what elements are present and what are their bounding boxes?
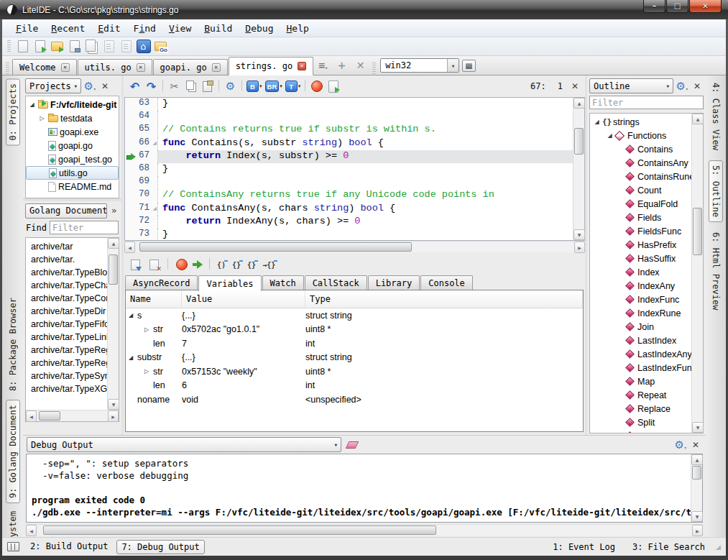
menu-view[interactable]: View [162, 22, 198, 35]
outline-function-index[interactable]: Index [590, 265, 691, 279]
dock-tab-0-projects[interactable]: 0: Projects [6, 78, 20, 145]
outline-function-indexfunc[interactable]: IndexFunc [590, 293, 691, 306]
step-out-icon[interactable]: {} [246, 260, 257, 270]
table-row[interactable]: ▷str0x57153c "weekly"uint8 * [126, 364, 583, 379]
reload-file-icon[interactable] [101, 39, 116, 54]
scroll-thumb[interactable] [693, 208, 702, 255]
project-tree-item[interactable]: ◢F:/vfc/liteide-git [26, 98, 119, 111]
step-over-icon[interactable]: {} [231, 260, 242, 270]
tab-close-icon[interactable]: ✕ [212, 63, 221, 72]
run-icon[interactable] [326, 79, 341, 94]
godoc-hscrollbar[interactable]: ◀▶ [26, 410, 119, 421]
title-bar[interactable]: LiteIDE - C:\Go\src\pkg\strings\strings.… [0, 0, 728, 19]
expander-icon[interactable]: ▷ [144, 326, 153, 333]
outline-function-indexrune[interactable]: IndexRune [590, 306, 691, 320]
tab-close-icon[interactable]: ✕ [298, 62, 306, 70]
debug-output-selector-combo[interactable]: Debug Output ▼ [27, 437, 341, 452]
expander-icon[interactable]: ▷ [144, 368, 153, 375]
step-into-icon[interactable]: {) [216, 260, 227, 270]
menu-build[interactable]: Build [198, 22, 239, 35]
dock-tab-8-package-browser[interactable]: 8: Package Browser [6, 293, 19, 395]
scroll-thumb[interactable] [574, 128, 584, 155]
project-tree-item[interactable]: goapi.go [26, 139, 119, 152]
build-target-combo[interactable]: win32 ▼ [380, 58, 459, 73]
godoc-list-item[interactable]: archive/tar. [31, 253, 107, 266]
outline-function-count[interactable]: Count [590, 183, 691, 197]
editor-vscrollbar[interactable]: ▲▼ [573, 98, 584, 240]
copy-icon[interactable] [183, 79, 198, 94]
gutter[interactable]: 65 [125, 124, 158, 137]
expander-icon[interactable]: ◢ [28, 101, 36, 108]
gutter[interactable]: 69 [125, 176, 158, 189]
dock-tab-4-class-view[interactable]: 4: Class View [709, 78, 722, 155]
tab-goapi-go[interactable]: goapi. go✕ [153, 59, 228, 75]
table-row[interactable]: ◢s{...}struct string [126, 308, 583, 323]
close-icon[interactable]: ✕ [691, 80, 704, 93]
go-env-icon[interactable] [153, 39, 168, 54]
close-button[interactable]: ✕ [689, 0, 722, 13]
split-window-icon[interactable] [7, 542, 19, 551]
menu-debug[interactable]: Debug [239, 22, 280, 35]
godoc-list-item[interactable]: archive/tar.TypeBlock [31, 266, 107, 279]
cut-icon[interactable] [167, 79, 182, 94]
status-2-build-output[interactable]: 2: Build Output [26, 540, 112, 554]
project-tree-item[interactable]: ▷testdata [26, 111, 119, 125]
tab-utils-go[interactable]: utils. go✕ [78, 59, 152, 75]
scroll-thumb[interactable] [692, 466, 701, 479]
expander-icon[interactable]: ◢ [129, 354, 137, 361]
table-row[interactable]: len6int [126, 379, 583, 393]
gear-icon[interactable] [674, 439, 687, 451]
gutter[interactable]: 73 [125, 229, 158, 240]
gear-icon[interactable] [676, 80, 688, 93]
gutter[interactable]: 70 [125, 189, 158, 202]
projects-selector-combo[interactable]: Projects ▼ [25, 78, 81, 93]
godoc-vscrollbar[interactable]: ▲▼ [107, 238, 119, 410]
gutter[interactable]: 72 [125, 216, 158, 229]
close-tab-icon[interactable] [351, 58, 369, 73]
scroll-right-icon[interactable]: ▶ [692, 525, 703, 536]
menu-find[interactable]: Find [127, 22, 162, 35]
project-tree-item[interactable]: goapi_test.go [26, 152, 119, 166]
test-button[interactable]: T▾ [285, 81, 301, 92]
outline-function-lastindexfunc[interactable]: LastIndexFunc [590, 361, 691, 375]
open-folder-icon[interactable] [50, 39, 65, 54]
tab-welcome[interactable]: Welcome✕ [12, 59, 77, 75]
save-file-icon[interactable] [67, 39, 82, 54]
column-header-name[interactable]: Name [126, 290, 182, 308]
debug-tab-asyncrecord[interactable]: AsyncRecord [125, 275, 198, 290]
expander-icon[interactable]: ◢ [129, 312, 137, 318]
debug-tab-watch[interactable]: Watch [262, 275, 304, 290]
godoc-selector-combo[interactable]: Golang Document ▼ [25, 203, 107, 219]
scroll-thumb[interactable] [139, 242, 412, 252]
gear-icon[interactable] [83, 80, 96, 93]
scroll-down-icon[interactable]: ▼ [692, 422, 704, 433]
maximize-button[interactable]: □ [666, 0, 688, 13]
scroll-track[interactable] [691, 465, 702, 511]
gutter[interactable]: 63 [125, 98, 158, 111]
column-header-value[interactable]: Value [182, 290, 305, 308]
dock-tab-5-outline[interactable]: 5: Outline [709, 160, 723, 222]
scroll-track[interactable] [37, 525, 692, 536]
outline-function-hassuffix[interactable]: HasSuffix [590, 252, 691, 265]
scroll-thumb[interactable] [39, 411, 60, 421]
outline-function-fields[interactable]: Fields [590, 211, 691, 224]
outline-function-indexany[interactable]: IndexAny [590, 279, 691, 293]
expand-panel-button[interactable]: » [109, 204, 119, 217]
menu-edit[interactable]: Edit [91, 22, 126, 35]
scroll-left-icon[interactable]: ◀ [26, 410, 37, 422]
expander-icon[interactable]: ▷ [38, 115, 46, 121]
code-editor[interactable]: 63}6465// Contains returns true if subst… [124, 97, 585, 241]
scroll-down-icon[interactable]: ▼ [108, 399, 119, 410]
project-tree-item[interactable]: utils.go [26, 166, 119, 180]
scroll-left-icon[interactable]: ◀ [26, 525, 37, 536]
debug-output-vscrollbar[interactable]: ▲▼ [691, 454, 702, 522]
gear-icon[interactable] [223, 79, 238, 94]
outline-package[interactable]: ◢{}strings [590, 115, 691, 129]
resize-grip[interactable]: ◢ [716, 543, 721, 551]
outline-function-lastindexany[interactable]: LastIndexAny [590, 347, 691, 361]
debug-tab-library[interactable]: Library [368, 275, 420, 290]
exit-debug-icon[interactable] [147, 257, 162, 272]
redo-icon[interactable] [144, 79, 159, 94]
undo-icon[interactable] [127, 79, 142, 94]
close-icon[interactable]: ✕ [689, 439, 702, 451]
